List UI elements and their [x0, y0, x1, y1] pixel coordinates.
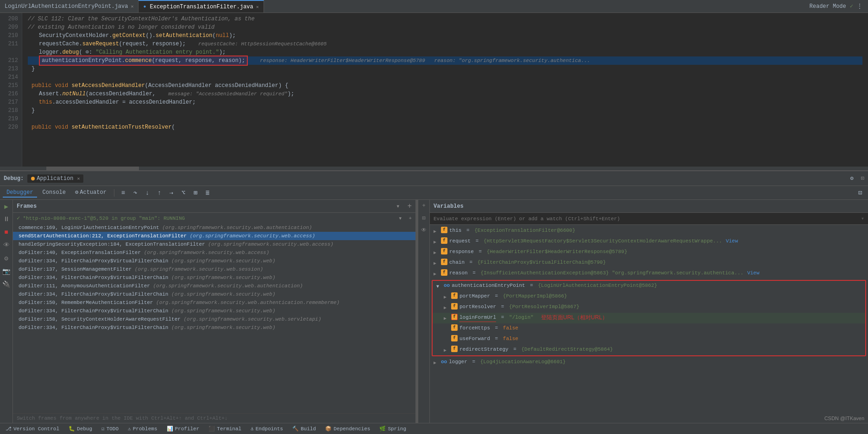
status-debug[interactable]: 🐛 Debug — [69, 426, 92, 432]
frame-item-3[interactable]: doFilter:140, ExceptionTranslationFilter… — [13, 248, 415, 257]
var-login-form-url[interactable]: ▶ f loginFormUrl = "/login" 登陆页面URL（相对UR… — [433, 313, 865, 323]
tab-login-filter[interactable]: LoginUrlAuthenticationEntryPoint.java ✕ — [0, 0, 138, 12]
step-out-button[interactable]: ↑ — [154, 188, 164, 198]
side-resume-icon[interactable]: ▶ — [2, 202, 11, 211]
status-version-control[interactable]: ⎇ Version Control — [6, 426, 59, 432]
editor-area: 208 209 210 211 212 213 214 215 216 217 … — [0, 13, 868, 170]
threads-button[interactable]: ≣ — [202, 188, 213, 198]
tab-exception-filter[interactable]: ● ExceptionTranslationFilter.java ✕ — [138, 0, 264, 12]
var-use-forward[interactable]: ▶ f useForward = false — [433, 334, 865, 345]
frame-item-11[interactable]: doFilter:158, SecurityContextHolderAware… — [13, 315, 415, 323]
status-dependencies[interactable]: 📦 Dependencies — [325, 426, 370, 432]
eval-input[interactable] — [434, 216, 859, 222]
frames-title: Frames — [17, 203, 37, 210]
tab-debugger[interactable]: Debugger — [3, 188, 37, 198]
endpoints-icon: ⚓ — [251, 426, 254, 432]
code-line-209: // existing Authentication is no longer … — [28, 23, 862, 31]
debug-label: Debug — [77, 426, 92, 432]
reader-mode-label[interactable]: Reader Mode — [810, 3, 846, 10]
tab-actuator[interactable]: ⚙Actuator — [71, 188, 110, 198]
thread-add-icon[interactable]: + — [409, 216, 412, 221]
side-camera-icon[interactable]: 📷 — [2, 267, 11, 276]
debug-label: Debug: — [4, 175, 24, 182]
tab-console[interactable]: Console — [39, 188, 69, 198]
var-logger[interactable]: ▶ oo logger = {Log4jLocationAwareLog@660… — [430, 357, 868, 368]
frames-filter-icon[interactable]: ▾ — [396, 202, 400, 210]
debug-settings-icon[interactable]: ⚙ — [850, 175, 854, 182]
view-link-reason[interactable]: View — [747, 269, 759, 277]
frame-item-8[interactable]: doFilter:334, FilterChainProxy$VirtualFi… — [13, 290, 415, 298]
var-this[interactable]: ▶ f this = {ExceptionTranslationFilter@6… — [430, 226, 868, 236]
var-redirect-strategy[interactable]: ▶ f redirectStrategy = {DefaultRedirectS… — [433, 345, 865, 355]
var-aep-arrow: ▼ — [436, 283, 442, 291]
var-force-https[interactable]: ▶ f forceHttps = false — [433, 323, 865, 334]
editor-actions: Reader Mode ✓ ⋮ — [810, 3, 868, 10]
var-auth-entry-point[interactable]: ▼ oo authenticationEntryPoint = {LoginUr… — [433, 281, 865, 291]
frame-item-0[interactable]: commence:169, LoginUrlAuthenticationEntr… — [13, 223, 415, 232]
var-logger-icon: oo — [441, 358, 447, 366]
session-tab-close[interactable]: ✕ — [77, 176, 80, 181]
frame-list: commence:169, LoginUrlAuthenticationEntr… — [13, 223, 415, 413]
code-line-216: Assert.notNull(accessDeniedHandler, mess… — [28, 90, 862, 98]
debug-session-tab[interactable]: Application ✕ — [27, 174, 83, 183]
var-add-icon[interactable]: + — [420, 202, 428, 210]
code-line-208: // SLC 112: Clear the SecurityContextHol… — [28, 15, 862, 23]
thread-filter-icon[interactable]: ▾ — [398, 214, 402, 222]
frame-item-10[interactable]: doFilter:334, FilterChainProxy$VirtualFi… — [13, 307, 415, 315]
frames-add-icon[interactable]: + — [407, 202, 412, 211]
var-chain[interactable]: ▶ f chain = {FilterChainProxy$VirtualFil… — [430, 258, 868, 268]
frame-item-1[interactable]: sendStartAuthentication:212, ExceptionTr… — [13, 232, 415, 240]
var-pm-icon: f — [451, 292, 458, 299]
run-cursor-button[interactable]: ⇢ — [166, 188, 176, 198]
debug-toolbar: Debugger Console ⚙Actuator ≡ ↷ ↓ ↑ ⇢ ⌥ ⊞… — [0, 186, 868, 200]
variables-panel: Variables ▾ ▶ f this = {ExceptionTransla… — [430, 200, 868, 423]
var-eye-icon[interactable]: 👁 — [420, 226, 428, 234]
status-terminal[interactable]: ⬛ Terminal — [208, 426, 241, 432]
step-into-button[interactable]: ↓ — [142, 188, 152, 198]
var-response-icon: f — [441, 248, 447, 254]
tab-close-login[interactable]: ✕ — [131, 4, 133, 9]
var-reason[interactable]: ▶ f reason = {InsufficientAuthentication… — [430, 268, 868, 279]
code-line-220: public void setAuthenticationTrustResolv… — [28, 123, 862, 131]
evaluate-button[interactable]: ⌥ — [178, 188, 189, 198]
status-endpoints[interactable]: ⚓ Endpoints — [251, 426, 283, 432]
var-copy-icon[interactable]: ⊡ — [420, 214, 428, 222]
more-options-icon[interactable]: ⋮ — [857, 3, 862, 10]
tab-close-exception[interactable]: ✕ — [256, 4, 259, 10]
frame-item-5[interactable]: doFilter:137, SessionManagementFilter (o… — [13, 265, 415, 273]
var-reason-icon: f — [441, 269, 447, 276]
resume-button[interactable]: ≡ — [118, 188, 128, 198]
status-problems[interactable]: ⚠ Problems — [128, 426, 157, 432]
var-pm-arrow: ▶ — [444, 293, 449, 301]
var-response[interactable]: ▶ f response = {HeaderWriterFilter$Heade… — [430, 247, 868, 258]
problems-icon: ⚠ — [128, 426, 131, 432]
side-view-icon[interactable]: 👁 — [2, 241, 11, 250]
status-todo[interactable]: ☑ TODO — [101, 426, 119, 432]
view-link-request[interactable]: View — [726, 237, 738, 245]
frame-item-7[interactable]: doFilter:111, AnonymousAuthenticationFil… — [13, 282, 415, 290]
thread-arrow-icon: ✓ — [17, 215, 20, 222]
var-lfu-arrow: ▶ — [444, 315, 449, 322]
frames-button[interactable]: ⊞ — [190, 188, 201, 198]
frame-item-6[interactable]: doFilter:334, FilterChainProxy$VirtualFi… — [13, 273, 415, 282]
var-request[interactable]: ▶ f request = {HttpServlet3RequestFactor… — [430, 236, 868, 247]
status-spring[interactable]: 🌿 Spring — [379, 426, 406, 432]
debug-panel: Debug: Application ✕ ⚙ ⊡ Debugger Consol… — [0, 170, 868, 423]
status-profiler[interactable]: 📊 Profiler — [167, 426, 200, 432]
frame-item-4[interactable]: doFilter:334, FilterChainProxy$VirtualFi… — [13, 257, 415, 265]
side-stop-icon[interactable]: ■ — [2, 228, 11, 237]
debug-expand-icon[interactable]: ⊡ — [861, 175, 864, 182]
frame-item-9[interactable]: doFilter:150, RememberMeAuthenticationFi… — [13, 298, 415, 307]
step-over-button[interactable]: ↷ — [130, 188, 140, 198]
var-port-resolver[interactable]: ▶ f portResolver = {PortResolverImpl@586… — [433, 302, 865, 313]
var-port-mapper[interactable]: ▶ f portMapper = {PortMapperImpl@5866} — [433, 291, 865, 302]
side-pause-icon[interactable]: ⏸ — [2, 215, 11, 224]
variables-title: Variables — [434, 203, 464, 210]
frame-item-2[interactable]: handleSpringSecurityException:184, Excep… — [13, 240, 415, 248]
side-settings-icon[interactable]: ⚙ — [2, 254, 11, 263]
thread-item[interactable]: ✓ *http-nio-8080-exec-1"@5,520 in group … — [13, 213, 415, 223]
status-build[interactable]: 🔨 Build — [292, 426, 316, 432]
side-plugin-icon[interactable]: 🔌 — [2, 279, 11, 289]
frame-item-12[interactable]: doFilter:334, FilterChainProxy$VirtualFi… — [13, 323, 415, 332]
more-button[interactable]: ⊡ — [855, 188, 865, 198]
